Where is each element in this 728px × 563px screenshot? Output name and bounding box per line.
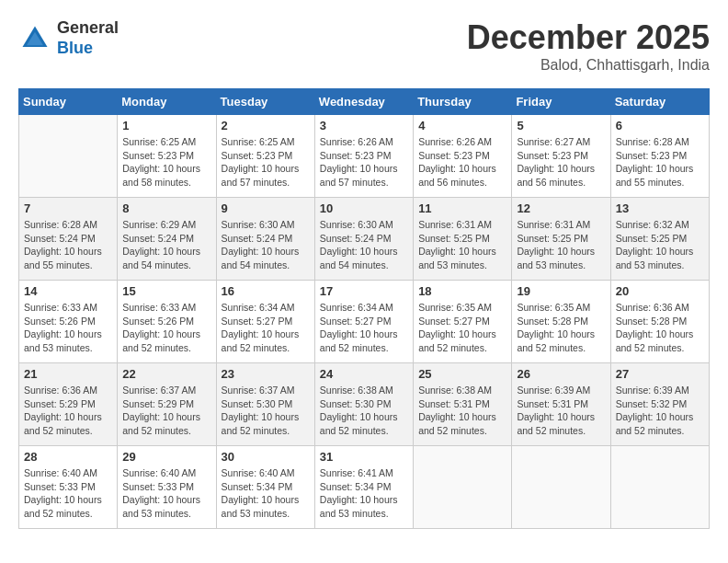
- calendar-cell: [414, 446, 512, 529]
- header-saturday: Saturday: [610, 89, 709, 115]
- day-info: Sunrise: 6:26 AMSunset: 5:23 PMDaylight:…: [418, 135, 506, 190]
- calendar-week-row: 21Sunrise: 6:36 AMSunset: 5:29 PMDayligh…: [19, 363, 710, 446]
- day-info: Sunrise: 6:37 AMSunset: 5:29 PMDaylight:…: [122, 384, 210, 438]
- day-info: Sunrise: 6:30 AMSunset: 5:24 PMDaylight:…: [222, 218, 310, 272]
- day-info: Sunrise: 6:25 AMSunset: 5:23 PMDaylight:…: [222, 135, 310, 190]
- day-number: 7: [24, 201, 112, 215]
- logo-general: General: [57, 18, 119, 37]
- calendar-week-row: 1Sunrise: 6:25 AMSunset: 5:23 PMDaylight…: [19, 115, 710, 198]
- logo-icon: [18, 22, 51, 55]
- day-number: 29: [122, 450, 210, 464]
- calendar-cell: 4Sunrise: 6:26 AMSunset: 5:23 PMDaylight…: [414, 115, 512, 198]
- calendar-cell: 11Sunrise: 6:31 AMSunset: 5:25 PMDayligh…: [414, 198, 512, 281]
- day-number: 16: [222, 284, 310, 298]
- day-info: Sunrise: 6:36 AMSunset: 5:28 PMDaylight:…: [616, 301, 704, 355]
- header-sunday: Sunday: [19, 89, 118, 115]
- day-number: 24: [320, 367, 408, 381]
- day-info: Sunrise: 6:40 AMSunset: 5:34 PMDaylight:…: [222, 466, 310, 521]
- header-thursday: Thursday: [414, 89, 512, 115]
- day-info: Sunrise: 6:37 AMSunset: 5:30 PMDaylight:…: [222, 384, 310, 438]
- calendar: SundayMondayTuesdayWednesdayThursdayFrid…: [18, 88, 710, 529]
- day-info: Sunrise: 6:26 AMSunset: 5:23 PMDaylight:…: [320, 135, 408, 190]
- calendar-cell: 25Sunrise: 6:38 AMSunset: 5:31 PMDayligh…: [414, 363, 512, 446]
- calendar-cell: 28Sunrise: 6:40 AMSunset: 5:33 PMDayligh…: [19, 446, 118, 529]
- calendar-cell: 24Sunrise: 6:38 AMSunset: 5:30 PMDayligh…: [314, 363, 413, 446]
- calendar-cell: 3Sunrise: 6:26 AMSunset: 5:23 PMDaylight…: [314, 115, 413, 198]
- month-year: December 2025: [467, 18, 710, 57]
- day-number: 10: [320, 201, 408, 215]
- calendar-cell: 19Sunrise: 6:35 AMSunset: 5:28 PMDayligh…: [512, 281, 610, 363]
- calendar-cell: 16Sunrise: 6:34 AMSunset: 5:27 PMDayligh…: [216, 281, 314, 363]
- day-number: 17: [320, 284, 408, 298]
- calendar-cell: 6Sunrise: 6:28 AMSunset: 5:23 PMDaylight…: [610, 115, 709, 198]
- day-info: Sunrise: 6:34 AMSunset: 5:27 PMDaylight:…: [320, 301, 408, 355]
- calendar-week-row: 7Sunrise: 6:28 AMSunset: 5:24 PMDaylight…: [19, 198, 710, 281]
- day-info: Sunrise: 6:30 AMSunset: 5:24 PMDaylight:…: [320, 218, 408, 272]
- calendar-cell: 30Sunrise: 6:40 AMSunset: 5:34 PMDayligh…: [216, 446, 314, 529]
- day-info: Sunrise: 6:32 AMSunset: 5:25 PMDaylight:…: [616, 218, 704, 272]
- day-number: 19: [517, 284, 605, 298]
- calendar-cell: 1Sunrise: 6:25 AMSunset: 5:23 PMDaylight…: [118, 115, 216, 198]
- day-number: 27: [616, 367, 704, 381]
- day-info: Sunrise: 6:41 AMSunset: 5:34 PMDaylight:…: [320, 466, 408, 521]
- logo-text: General Blue: [57, 18, 119, 58]
- logo-blue: Blue: [57, 39, 93, 57]
- location: Balod, Chhattisgarh, India: [467, 57, 710, 74]
- calendar-cell: [19, 115, 118, 198]
- day-number: 13: [616, 201, 704, 215]
- day-number: 23: [222, 367, 310, 381]
- calendar-cell: 23Sunrise: 6:37 AMSunset: 5:30 PMDayligh…: [216, 363, 314, 446]
- day-info: Sunrise: 6:40 AMSunset: 5:33 PMDaylight:…: [122, 466, 210, 521]
- day-number: 20: [616, 284, 704, 298]
- day-number: 12: [517, 201, 605, 215]
- day-info: Sunrise: 6:39 AMSunset: 5:32 PMDaylight:…: [616, 384, 704, 438]
- day-info: Sunrise: 6:31 AMSunset: 5:25 PMDaylight:…: [517, 218, 605, 272]
- calendar-cell: 22Sunrise: 6:37 AMSunset: 5:29 PMDayligh…: [118, 363, 216, 446]
- calendar-cell: 18Sunrise: 6:35 AMSunset: 5:27 PMDayligh…: [414, 281, 512, 363]
- calendar-cell: 27Sunrise: 6:39 AMSunset: 5:32 PMDayligh…: [610, 363, 709, 446]
- calendar-cell: 17Sunrise: 6:34 AMSunset: 5:27 PMDayligh…: [314, 281, 413, 363]
- day-number: 26: [517, 367, 605, 381]
- calendar-cell: 26Sunrise: 6:39 AMSunset: 5:31 PMDayligh…: [512, 363, 610, 446]
- day-number: 25: [418, 367, 506, 381]
- day-number: 8: [122, 201, 210, 215]
- calendar-week-row: 28Sunrise: 6:40 AMSunset: 5:33 PMDayligh…: [19, 446, 710, 529]
- day-number: 28: [24, 450, 112, 464]
- logo: General Blue: [18, 18, 119, 58]
- header-wednesday: Wednesday: [314, 89, 413, 115]
- day-number: 22: [122, 367, 210, 381]
- day-info: Sunrise: 6:33 AMSunset: 5:26 PMDaylight:…: [24, 301, 112, 355]
- day-info: Sunrise: 6:38 AMSunset: 5:30 PMDaylight:…: [320, 384, 408, 438]
- day-info: Sunrise: 6:40 AMSunset: 5:33 PMDaylight:…: [24, 466, 112, 521]
- day-number: 18: [418, 284, 506, 298]
- header: General Blue December 2025 Balod, Chhatt…: [18, 18, 710, 74]
- day-number: 14: [24, 284, 112, 298]
- day-info: Sunrise: 6:25 AMSunset: 5:23 PMDaylight:…: [122, 135, 210, 190]
- calendar-cell: 12Sunrise: 6:31 AMSunset: 5:25 PMDayligh…: [512, 198, 610, 281]
- calendar-cell: 20Sunrise: 6:36 AMSunset: 5:28 PMDayligh…: [610, 281, 709, 363]
- calendar-cell: 5Sunrise: 6:27 AMSunset: 5:23 PMDaylight…: [512, 115, 610, 198]
- day-info: Sunrise: 6:33 AMSunset: 5:26 PMDaylight:…: [122, 301, 210, 355]
- day-number: 5: [517, 119, 605, 132]
- calendar-cell: 10Sunrise: 6:30 AMSunset: 5:24 PMDayligh…: [314, 198, 413, 281]
- day-info: Sunrise: 6:28 AMSunset: 5:23 PMDaylight:…: [616, 135, 704, 190]
- header-tuesday: Tuesday: [216, 89, 314, 115]
- day-number: 9: [222, 201, 310, 215]
- day-number: 21: [24, 367, 112, 381]
- calendar-cell: 15Sunrise: 6:33 AMSunset: 5:26 PMDayligh…: [118, 281, 216, 363]
- day-number: 15: [122, 284, 210, 298]
- day-number: 2: [222, 119, 310, 132]
- calendar-cell: 13Sunrise: 6:32 AMSunset: 5:25 PMDayligh…: [610, 198, 709, 281]
- calendar-cell: 7Sunrise: 6:28 AMSunset: 5:24 PMDaylight…: [19, 198, 118, 281]
- calendar-cell: [610, 446, 709, 529]
- calendar-cell: 2Sunrise: 6:25 AMSunset: 5:23 PMDaylight…: [216, 115, 314, 198]
- day-info: Sunrise: 6:34 AMSunset: 5:27 PMDaylight:…: [222, 301, 310, 355]
- day-info: Sunrise: 6:29 AMSunset: 5:24 PMDaylight:…: [122, 218, 210, 272]
- day-number: 3: [320, 119, 408, 132]
- day-number: 6: [616, 119, 704, 132]
- calendar-cell: 31Sunrise: 6:41 AMSunset: 5:34 PMDayligh…: [314, 446, 413, 529]
- day-info: Sunrise: 6:31 AMSunset: 5:25 PMDaylight:…: [418, 218, 506, 272]
- day-info: Sunrise: 6:27 AMSunset: 5:23 PMDaylight:…: [517, 135, 605, 190]
- calendar-cell: 9Sunrise: 6:30 AMSunset: 5:24 PMDaylight…: [216, 198, 314, 281]
- day-info: Sunrise: 6:35 AMSunset: 5:27 PMDaylight:…: [418, 301, 506, 355]
